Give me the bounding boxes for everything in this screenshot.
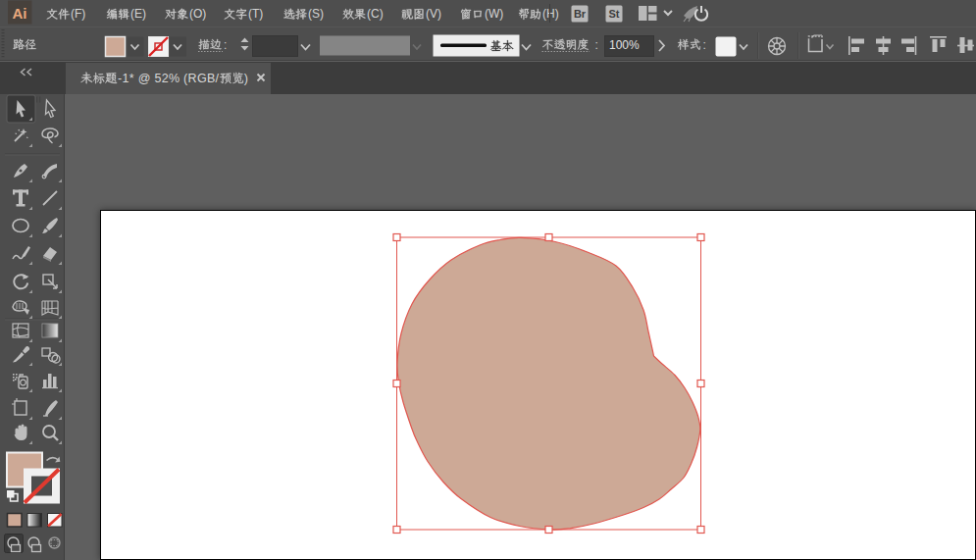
svg-text:St: St bbox=[609, 8, 620, 20]
svg-text:(V): (V) bbox=[426, 7, 441, 21]
svg-text:(T): (T) bbox=[248, 7, 263, 21]
svg-text::: : bbox=[703, 38, 706, 52]
svg-text:Br: Br bbox=[574, 8, 587, 20]
svg-text:(C): (C) bbox=[367, 7, 384, 21]
svg-text:(H): (H) bbox=[542, 7, 559, 21]
svg-text:(F): (F) bbox=[71, 7, 85, 21]
svg-text:(O): (O) bbox=[189, 7, 206, 21]
svg-text:Ai: Ai bbox=[13, 5, 27, 22]
svg-text:): ) bbox=[244, 72, 248, 85]
svg-text::: : bbox=[595, 38, 598, 52]
svg-text::: : bbox=[224, 38, 227, 52]
svg-text:(E): (E) bbox=[130, 7, 146, 21]
svg-text:100%: 100% bbox=[609, 38, 640, 52]
svg-text:-1* @ 52% (RGB/: -1* @ 52% (RGB/ bbox=[118, 72, 220, 85]
svg-text:(S): (S) bbox=[308, 7, 324, 21]
svg-text:(W): (W) bbox=[485, 7, 503, 21]
